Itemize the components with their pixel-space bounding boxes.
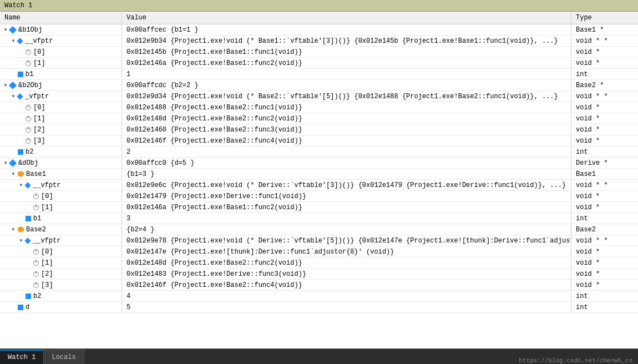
diamond-small-icon	[17, 38, 23, 44]
table-row[interactable]: b24int	[0, 291, 638, 302]
cell-name-r18: b1	[0, 213, 122, 224]
cell-name-r5: b1	[0, 69, 122, 79]
circle-plus-icon: +	[26, 127, 31, 133]
row-name-text: Base1	[26, 170, 46, 178]
table-row[interactable]: ▼__vfptr0x012e9e6c {Project1.exe!void (*…	[0, 180, 638, 191]
cell-type-r2: void * *	[571, 36, 638, 46]
cell-type-r10: void *	[571, 124, 638, 135]
expand-icon[interactable]: ▼	[10, 226, 17, 233]
cell-value-r15: 0x012e9e6c {Project1.exe!void (* Derive:…	[122, 180, 571, 190]
row-name-text: b1	[33, 215, 41, 223]
cell-name-r11: +[3]	[0, 135, 122, 146]
row-name-text: [2]	[33, 126, 45, 134]
cell-type-r5: int	[571, 69, 638, 79]
cell-name-r14: ▼Base1	[0, 169, 122, 179]
circle-plus-icon: +	[33, 194, 39, 199]
table-row[interactable]: +[3]0x012e146f {Project1.exe!Base2::func…	[0, 135, 638, 146]
expand-icon[interactable]: ▼	[2, 160, 9, 166]
table-row[interactable]: +[3]0x012e146f {Project1.exe!Base2::func…	[0, 280, 638, 291]
blue-cube-icon	[26, 294, 31, 299]
cell-name-r26: d	[0, 302, 122, 312]
table-row[interactable]: ▼&b1Obj0x00affcec {b1=1 }Base1 *	[0, 24, 638, 36]
table-row[interactable]: +[0]0x012e145b {Project1.exe!Base1::func…	[0, 47, 638, 58]
table-row[interactable]: +[0]0x012e1488 {Project1.exe!Base2::func…	[0, 102, 638, 113]
window-title: Watch 1	[4, 2, 32, 9]
cell-name-r25: b2	[0, 291, 122, 301]
cell-name-r9: +[1]	[0, 113, 122, 124]
row-name-text: [0]	[41, 248, 53, 256]
table-row[interactable]: b22int	[0, 146, 638, 158]
table-row[interactable]: ▼Base1{b1=3 }Base1	[0, 169, 638, 180]
expand-icon[interactable]: ▼	[10, 171, 17, 178]
blue-cube-icon	[18, 72, 23, 77]
tab-watch1[interactable]: Watch 1	[0, 350, 44, 364]
table-row[interactable]: +[2]0x012e1460 {Project1.exe!Base2::func…	[0, 124, 638, 135]
circle-plus-icon: +	[33, 282, 39, 288]
table-row[interactable]: ▼Base2{b2=4 }Base2	[0, 224, 638, 235]
expand-icon[interactable]: ▼	[10, 93, 17, 100]
cell-value-r19: {b2=4 }	[122, 224, 571, 235]
diamond-small-icon	[17, 93, 23, 99]
table-body[interactable]: ▼&b1Obj0x00affcec {b1=1 }Base1 *▼__vfptr…	[0, 24, 638, 348]
expand-icon[interactable]: ▼	[2, 82, 9, 89]
circle-plus-icon: +	[33, 260, 39, 266]
cell-value-r12: 2	[122, 146, 571, 157]
row-name-text: [1]	[41, 204, 53, 211]
cell-name-r19: ▼Base2	[0, 224, 122, 235]
circle-plus-icon: +	[33, 205, 39, 210]
cell-type-r1: Base1 *	[571, 24, 638, 35]
cell-value-r13: 0x00affcc0 {d=5 }	[122, 158, 571, 168]
table-row[interactable]: b13int	[0, 213, 638, 224]
tab-bar: Watch 1Localshttps://blog.csdn.net/chenw…	[0, 348, 638, 364]
cell-value-r5: 1	[122, 69, 571, 79]
row-name-text: &dObj	[18, 159, 38, 167]
table-row[interactable]: ▼__vfptr0x012e9b34 {Project1.exe!void (*…	[0, 36, 638, 47]
circle-plus-icon: +	[26, 60, 31, 66]
blue-cube-icon	[18, 149, 23, 155]
row-name-text: b2	[33, 292, 41, 300]
table-row[interactable]: +[1]0x012e148d {Project1.exe!Base2::func…	[0, 113, 638, 124]
expand-icon[interactable]: ▼	[10, 38, 17, 44]
cell-name-r20: ▼__vfptr	[0, 235, 122, 246]
cell-type-r7: void * *	[571, 91, 638, 102]
cell-type-r11: void *	[571, 135, 638, 146]
cell-type-r19: Base2	[571, 224, 638, 235]
cell-name-r6: ▼&b2Obj	[0, 80, 122, 90]
table-row[interactable]: +[0]0x012e147e {Project1.exe![thunk]:Der…	[0, 246, 638, 257]
table-row[interactable]: ▼_vfptr0x012e9d34 {Project1.exe!void (* …	[0, 91, 638, 102]
cell-name-r16: +[0]	[0, 191, 122, 201]
diamond-icon	[9, 159, 17, 166]
cell-name-r10: +[2]	[0, 124, 122, 135]
cell-value-r25: 4	[122, 291, 571, 301]
table-row[interactable]: b11int	[0, 69, 638, 80]
cell-name-r17: +[1]	[0, 202, 122, 213]
cell-type-r12: int	[571, 146, 638, 157]
cell-name-r7: ▼_vfptr	[0, 91, 122, 102]
cell-name-r23: +[2]	[0, 269, 122, 279]
diamond-icon	[9, 81, 17, 89]
row-name-text: &b2Obj	[18, 82, 42, 89]
col-name-header: Name	[0, 12, 122, 24]
table-row[interactable]: +[1]0x012e146a {Project1.exe!Base1::func…	[0, 202, 638, 213]
row-name-text: [3]	[41, 281, 53, 289]
cell-type-r20: void * *	[571, 235, 638, 246]
table-row[interactable]: +[0]0x012e1479 {Project1.exe!Derive::fun…	[0, 191, 638, 202]
cell-type-r26: int	[571, 302, 638, 312]
expand-icon[interactable]: ▼	[18, 237, 24, 244]
table-row[interactable]: ▼&b2Obj0x00affcdc {b2=2 }Base2 *	[0, 80, 638, 91]
table-row[interactable]: +[1]0x012e146a {Project1.exe!Base1::func…	[0, 58, 638, 69]
expand-icon[interactable]: ▼	[2, 27, 9, 33]
table-row[interactable]: ▼&dObj0x00affcc0 {d=5 }Derive *	[0, 158, 638, 169]
table-row[interactable]: +[2]0x012e1483 {Project1.exe!Derive::fun…	[0, 269, 638, 280]
cell-type-r3: void *	[571, 47, 638, 57]
orange-cube-icon	[18, 171, 24, 177]
cell-type-r15: void * *	[571, 180, 638, 190]
expand-icon[interactable]: ▼	[18, 182, 24, 189]
row-name-text: [0]	[33, 48, 45, 56]
table-row[interactable]: ▼__vfptr0x012e9e78 {Project1.exe!void (*…	[0, 235, 638, 246]
cell-value-r22: 0x012e148d {Project1.exe!Base2::func2(vo…	[122, 257, 571, 268]
table-row[interactable]: d5int	[0, 302, 638, 313]
table-row[interactable]: +[1]0x012e148d {Project1.exe!Base2::func…	[0, 257, 638, 269]
tab-locals[interactable]: Locals	[44, 350, 84, 364]
col-type-header: Type	[571, 12, 638, 24]
